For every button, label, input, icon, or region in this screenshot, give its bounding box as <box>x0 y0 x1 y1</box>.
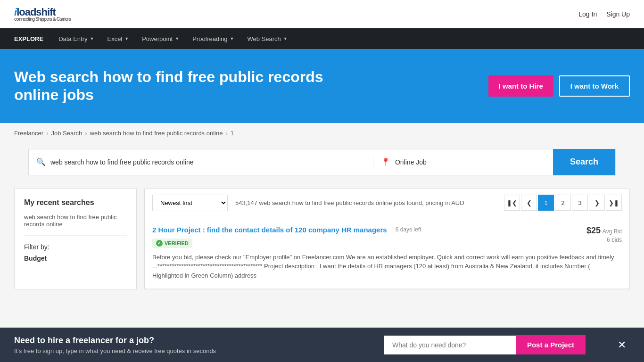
breadcrumb-sep-3: › <box>225 130 227 137</box>
pagination-prev[interactable]: ❮ <box>521 195 537 211</box>
search-button[interactable]: Search <box>553 149 615 175</box>
main-content: My recent searches web search how to fin… <box>0 181 644 297</box>
verified-label: VERIFIED <box>165 240 189 246</box>
nav-item-proofreading[interactable]: Proofreading ▼ <box>187 28 239 49</box>
breadcrumb: Freelancer › Job Search › web search how… <box>0 123 644 143</box>
hire-button[interactable]: I want to Hire <box>488 75 553 97</box>
chevron-down-icon: ▼ <box>230 36 234 41</box>
location-wrap: 📍 <box>373 157 553 166</box>
search-input[interactable] <box>50 158 365 166</box>
chevron-down-icon: ▼ <box>90 36 94 41</box>
sidebar-budget-label: Budget <box>24 255 127 262</box>
breadcrumb-sep-1: › <box>46 130 48 137</box>
logo-text: iloadshift connecting Shippers & Carrier… <box>14 6 71 22</box>
job-card-header: 2 Hour Project : find the contact detail… <box>152 226 622 248</box>
results-panel: Newest first Oldest first Highest budget… <box>144 189 630 290</box>
job-days-left: 6 days left <box>396 226 421 233</box>
verified-check-icon: ✓ <box>156 240 163 247</box>
search-bar: 🔍 📍 Search <box>28 149 616 175</box>
nav-item-data-entry[interactable]: Data Entry ▼ <box>53 28 99 49</box>
pagination-next[interactable]: ❯ <box>589 195 605 211</box>
job-description: Before you bid, please check our "Employ… <box>152 253 622 280</box>
search-icon: 🔍 <box>36 157 46 166</box>
signup-link[interactable]: Sign Up <box>606 10 630 18</box>
header: iloadshift connecting Shippers & Carrier… <box>0 0 644 28</box>
login-link[interactable]: Log In <box>578 10 597 18</box>
breadcrumb-query[interactable]: web search how to find free public recor… <box>90 130 223 137</box>
breadcrumb-job-search[interactable]: Job Search <box>51 130 82 137</box>
search-bar-container: 🔍 📍 Search <box>0 143 644 181</box>
hero-section: Web search how to find free public recor… <box>0 49 644 123</box>
breadcrumb-page: 1 <box>231 130 234 137</box>
job-price: $25 Avg Bid 6 bids <box>586 226 622 243</box>
pagination-page-3[interactable]: 3 <box>572 195 588 211</box>
pagination-page-1[interactable]: 1 <box>538 195 554 211</box>
job-price-amount: $25 Avg Bid <box>586 226 622 236</box>
sidebar-recent-title: My recent searches <box>24 198 127 207</box>
header-actions: Log In Sign Up <box>578 10 630 18</box>
job-title-wrap: 2 Hour Project : find the contact detail… <box>152 226 586 248</box>
location-icon: 📍 <box>381 157 390 166</box>
chevron-down-icon: ▼ <box>124 36 129 41</box>
results-count: 543,147 web search how to find free publ… <box>228 199 504 206</box>
job-title[interactable]: 2 Hour Project : find the contact detail… <box>152 226 387 234</box>
sidebar-filter-label: Filter by: <box>24 243 127 251</box>
pagination-page-2[interactable]: 2 <box>555 195 571 211</box>
table-row: 2 Hour Project : find the contact detail… <box>145 217 629 289</box>
work-button[interactable]: I want to Work <box>559 75 630 97</box>
search-query-wrap: 🔍 <box>29 157 373 166</box>
sidebar: My recent searches web search how to fin… <box>14 189 137 290</box>
logo: iloadshift connecting Shippers & Carrier… <box>14 6 71 22</box>
breadcrumb-freelancer[interactable]: Freelancer <box>14 130 43 137</box>
chevron-down-icon: ▼ <box>175 36 179 41</box>
nav-item-web-search[interactable]: Web Search ▼ <box>242 28 293 49</box>
job-title-line: 2 Hour Project : find the contact detail… <box>152 226 586 234</box>
pagination-last[interactable]: ❯❚ <box>606 195 622 211</box>
sidebar-recent-item[interactable]: web search how to find free public recor… <box>24 214 127 236</box>
breadcrumb-sep-2: › <box>85 130 87 137</box>
nav-item-excel[interactable]: Excel ▼ <box>101 28 134 49</box>
job-bids: 6 bids <box>586 237 622 243</box>
hero-title: Web search how to find free public recor… <box>14 68 344 104</box>
results-header: Newest first Oldest first Highest budget… <box>145 189 629 217</box>
logo-tagline: connecting Shippers & Carriers <box>14 16 71 22</box>
pagination-first[interactable]: ❚❮ <box>504 195 520 211</box>
nav-explore-label: EXPLORE <box>14 35 43 42</box>
sort-select[interactable]: Newest first Oldest first Highest budget… <box>152 195 228 211</box>
nav-item-powerpoint[interactable]: Powerpoint ▼ <box>136 28 185 49</box>
hero-buttons: I want to Hire I want to Work <box>488 75 630 97</box>
pagination: ❚❮ ❮ 1 2 3 ❯ ❯❚ <box>504 195 622 211</box>
location-input[interactable] <box>395 158 545 166</box>
chevron-down-icon: ▼ <box>283 36 288 41</box>
verified-badge: ✓ VERIFIED <box>152 239 192 248</box>
nav: EXPLORE Data Entry ▼ Excel ▼ Powerpoint … <box>0 28 644 49</box>
